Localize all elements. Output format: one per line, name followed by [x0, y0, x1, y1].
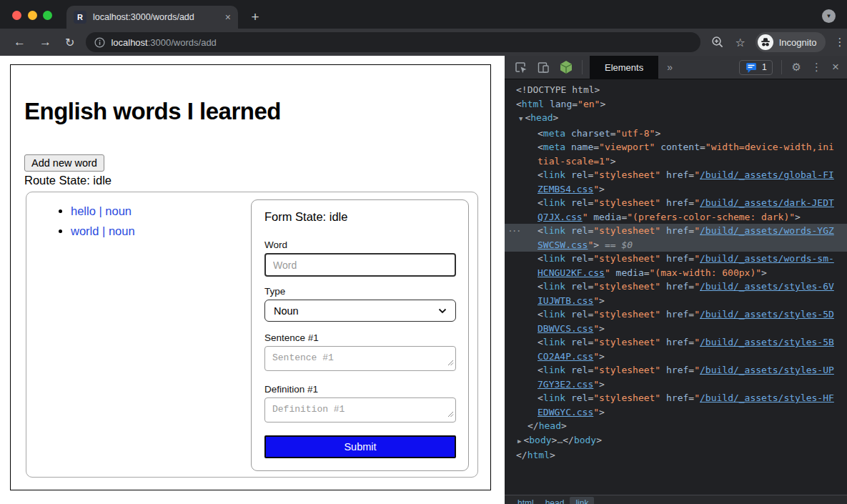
dom-tree-line[interactable]: tial-scale=1">: [505, 154, 847, 169]
browser-toolbar: ← → ↻ localhost:3000/words/add ☆: [0, 29, 847, 56]
issues-count: 1: [762, 62, 767, 72]
dom-tree-line[interactable]: DBWVCS.css">: [505, 322, 847, 336]
zoom-page-button[interactable]: [711, 36, 724, 49]
dom-tree-line[interactable]: <link rel="stylesheet" href="/build/_ass…: [505, 196, 847, 210]
devtools-breadcrumb: html head link: [505, 495, 847, 504]
browser-tab[interactable]: R localhost:3000/words/add ×: [66, 6, 238, 29]
type-select[interactable]: Noun: [264, 300, 456, 322]
incognito-icon: [761, 37, 771, 47]
browser-window: R localhost:3000/words/add × + ▼ ← → ↻ l…: [0, 0, 847, 504]
dom-tree-line[interactable]: Q7JX.css" media="(prefers-color-scheme: …: [505, 210, 847, 224]
word-input[interactable]: [264, 253, 456, 277]
devtools-toolbar: Elements » 1 ⚙ ⋮ ×: [505, 56, 847, 79]
word-link[interactable]: hello | noun: [71, 204, 132, 217]
type-label: Type: [264, 286, 285, 297]
dom-tree-line[interactable]: ···<link rel="stylesheet" href="/build/_…: [505, 224, 847, 238]
devtools-close-icon[interactable]: ×: [832, 60, 839, 74]
definition-label: Definition #1: [264, 384, 318, 395]
tab-search-button[interactable]: ▼: [822, 9, 836, 23]
tab-elements[interactable]: Elements: [590, 56, 658, 79]
dom-tree-line[interactable]: ZEMBS4.css">: [505, 182, 847, 197]
dom-tree-line[interactable]: 7GY3E2.css">: [505, 377, 847, 392]
issues-bubble-icon: [745, 61, 758, 74]
devtools-dom-tree[interactable]: <!DOCTYPE html><html lang="en">▼<head><m…: [505, 79, 847, 480]
dom-tree-line[interactable]: <html lang="en">: [505, 97, 847, 112]
new-tab-button[interactable]: +: [247, 9, 264, 26]
sentence-placeholder: Sentence #1: [272, 352, 334, 363]
inspect-element-icon[interactable]: [513, 60, 527, 74]
dom-tree-line[interactable]: ▼<head>: [505, 111, 847, 127]
dom-tree-line[interactable]: <link rel="stylesheet" href="/build/_ass…: [505, 252, 847, 266]
tab-strip: R localhost:3000/words/add × + ▼: [0, 0, 847, 29]
device-toolbar-icon[interactable]: [536, 60, 550, 74]
devtools-settings-icon[interactable]: ⚙: [792, 61, 801, 74]
dom-tree-line[interactable]: <link rel="stylesheet" href="/build/_ass…: [505, 280, 847, 294]
dom-tree-line[interactable]: CO2A4P.css">: [505, 350, 847, 364]
browser-menu-button[interactable]: ⋮: [835, 36, 846, 49]
breadcrumb-item-link[interactable]: link: [570, 497, 594, 504]
dom-tree-line[interactable]: EDWGYC.css">: [505, 405, 847, 420]
toolbar-divider: [582, 60, 583, 74]
dom-tree-line[interactable]: </html>: [505, 448, 847, 463]
issues-counter[interactable]: 1: [739, 60, 773, 75]
dom-tree-line[interactable]: HCNGU2KF.css" media="(max-width: 600px)"…: [505, 266, 847, 280]
dom-tree-line[interactable]: ▶<body>…</body>: [505, 433, 847, 449]
add-new-word-button[interactable]: Add new word: [24, 154, 104, 172]
add-word-form-card: Form State: idle Word Type Noun Sentence…: [251, 199, 469, 471]
back-button[interactable]: ←: [14, 35, 26, 49]
form-state-text: Form State: idle: [264, 210, 347, 224]
dom-tree-line[interactable]: <link rel="stylesheet" href="/build/_ass…: [505, 168, 847, 182]
dom-tree-line[interactable]: <link rel="stylesheet" href="/build/_ass…: [505, 363, 847, 377]
url-text: localhost:3000/words/add: [111, 37, 216, 48]
submit-button[interactable]: Submit: [264, 435, 456, 458]
word-list: hello | noun world | noun: [42, 204, 135, 244]
close-window-button[interactable]: [12, 11, 21, 20]
resize-grip-icon[interactable]: [447, 358, 454, 369]
dom-tree-line[interactable]: SWCSW.css"> == $0: [505, 238, 847, 252]
dom-tree-line[interactable]: <!DOCTYPE html>: [505, 83, 847, 97]
definition-textarea[interactable]: Definition #1: [264, 397, 456, 423]
url-path: :3000/words/add: [148, 37, 217, 48]
route-state-text: Route State: idle: [24, 174, 112, 187]
incognito-label: Incognito: [779, 37, 817, 48]
word-link[interactable]: world | noun: [71, 224, 135, 237]
toolbar-divider: [781, 60, 782, 74]
reload-button[interactable]: ↻: [65, 36, 74, 49]
definition-placeholder: Definition #1: [272, 404, 345, 415]
words-container: hello | noun world | noun Form State: id…: [26, 192, 478, 478]
incognito-profile-chip[interactable]: Incognito: [756, 32, 826, 52]
site-info-icon[interactable]: [94, 37, 105, 48]
remix-favicon-icon: R: [74, 11, 86, 24]
tab-title: localhost:3000/words/add: [93, 12, 221, 22]
page-content-box: English words I learned Add new word Rou…: [10, 64, 491, 490]
list-item: world | noun: [71, 224, 135, 238]
breadcrumb-item-head[interactable]: head: [540, 497, 570, 504]
breadcrumb-item-html[interactable]: html: [512, 497, 540, 504]
list-item: hello | noun: [71, 204, 135, 218]
devtools-panel: Elements » 1 ⚙ ⋮ × <!DOCTYPE html><html …: [505, 56, 847, 504]
bookmark-star-icon[interactable]: ☆: [735, 36, 745, 49]
dom-tree-line[interactable]: <link rel="stylesheet" href="/build/_ass…: [505, 307, 847, 322]
dom-tree-line[interactable]: IUJWTB.css">: [505, 294, 847, 308]
close-tab-icon[interactable]: ×: [225, 11, 231, 23]
resize-grip-icon[interactable]: [447, 410, 454, 420]
minimize-window-button[interactable]: [28, 11, 37, 20]
address-bar[interactable]: localhost:3000/words/add: [86, 32, 700, 52]
word-label: Word: [264, 239, 287, 250]
line-options-icon[interactable]: ···: [507, 224, 520, 238]
devtools-menu-icon[interactable]: ⋮: [811, 61, 822, 74]
dom-tree-line[interactable]: <link rel="stylesheet" href="/build/_ass…: [505, 391, 847, 405]
web-page: English words I learned Add new word Rou…: [0, 56, 505, 504]
forward-button[interactable]: →: [39, 35, 51, 49]
type-select-value: Noun: [274, 305, 299, 317]
dom-tree-line[interactable]: </head>: [505, 419, 847, 433]
sentence-textarea[interactable]: Sentence #1: [264, 346, 456, 371]
dom-tree-line[interactable]: <link rel="stylesheet" href="/build/_ass…: [505, 335, 847, 350]
extension-cube-icon[interactable]: [559, 60, 573, 74]
more-panels-icon[interactable]: »: [667, 61, 673, 73]
maximize-window-button[interactable]: [43, 11, 52, 20]
dom-tree-line[interactable]: <meta charset="utf-8">: [505, 127, 847, 141]
dom-tree-line[interactable]: <meta name="viewport" content="width=dev…: [505, 140, 847, 154]
chevron-down-icon: [438, 308, 447, 314]
url-host: localhost: [111, 37, 147, 48]
